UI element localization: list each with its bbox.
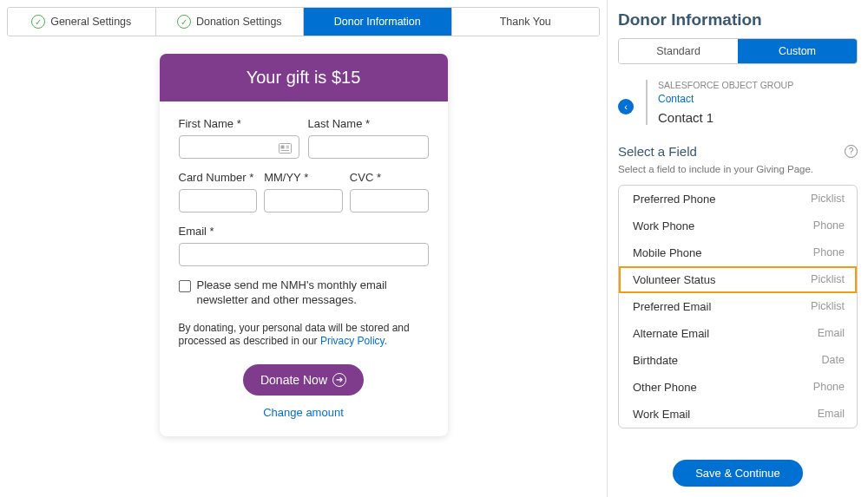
field-volunteer-status[interactable]: Volunteer Status Picklist	[619, 266, 857, 293]
field-type: Picklist	[811, 193, 845, 206]
email-input[interactable]	[179, 243, 429, 266]
toggle-custom[interactable]: Custom	[738, 39, 857, 63]
form-body: First Name * Last Name * Ca	[160, 101, 448, 436]
breadcrumb-current: Contact 1	[658, 110, 793, 125]
field-name: Other Phone	[633, 381, 697, 394]
check-circle-icon: ✓	[31, 15, 45, 29]
select-field-title: Select a Field	[618, 144, 697, 159]
select-field-subtext: Select a field to include in your Giving…	[618, 164, 858, 174]
field-other-phone[interactable]: Other Phone Phone	[619, 374, 857, 401]
field-name: Preferred Email	[633, 300, 711, 313]
breadcrumb-group-label: SALESFORCE OBJECT GROUP	[658, 80, 793, 90]
donate-now-button[interactable]: Donate Now ➔	[243, 364, 364, 396]
last-name-label: Last Name *	[308, 117, 429, 130]
left-panel: ✓ General Settings ✓ Donation Settings D…	[0, 0, 608, 497]
help-icon[interactable]: ?	[845, 145, 858, 158]
right-panel: Donor Information Standard Custom ‹ SALE…	[608, 0, 868, 497]
field-name: Mobile Phone	[633, 246, 702, 259]
newsletter-text: Please send me NMH's monthly email newsl…	[197, 278, 429, 308]
field-type: Picklist	[811, 300, 845, 313]
email-label: Email *	[179, 225, 429, 238]
first-name-input[interactable]	[179, 135, 299, 159]
tab-general-settings[interactable]: ✓ General Settings	[8, 8, 156, 36]
mmyy-label: MM/YY *	[264, 171, 343, 184]
contact-card-icon	[279, 142, 292, 156]
standard-custom-toggle: Standard Custom	[618, 38, 858, 64]
tab-label: Thank You	[500, 16, 551, 28]
field-preferred-phone[interactable]: Preferred Phone Picklist	[619, 186, 857, 213]
donate-now-label: Donate Now	[260, 373, 327, 387]
field-work-email[interactable]: Work Email Email	[619, 401, 857, 428]
tab-donation-settings[interactable]: ✓ Donation Settings	[156, 8, 305, 36]
arrow-right-circle-icon: ➔	[332, 373, 346, 387]
field-alternate-email[interactable]: Alternate Email Email	[619, 320, 857, 347]
checkbox-icon[interactable]	[179, 280, 191, 292]
field-mobile-phone[interactable]: Mobile Phone Phone	[619, 239, 857, 266]
field-list: Preferred Phone Picklist Work Phone Phon…	[618, 185, 858, 428]
tab-thank-you[interactable]: Thank You	[452, 8, 600, 36]
tabs: ✓ General Settings ✓ Donation Settings D…	[7, 7, 600, 36]
field-type: Email	[818, 408, 845, 421]
check-circle-icon: ✓	[177, 15, 191, 29]
select-field-header: Select a Field ?	[618, 144, 858, 159]
newsletter-checkbox-row[interactable]: Please send me NMH's monthly email newsl…	[179, 278, 429, 308]
field-work-phone[interactable]: Work Phone Phone	[619, 213, 857, 239]
field-birthdate[interactable]: Birthdate Date	[619, 347, 857, 374]
field-name: Alternate Email	[633, 327, 709, 340]
tab-donor-information[interactable]: Donor Information	[304, 8, 452, 36]
field-name: Work Phone	[633, 219, 694, 232]
form-wrapper: Your gift is $15 First Name * Last Name …	[7, 54, 600, 436]
field-type: Phone	[813, 381, 845, 394]
field-name: Birthdate	[633, 354, 678, 367]
breadcrumb-link-contact[interactable]: Contact	[658, 93, 793, 105]
breadcrumb: ‹ SALESFORCE OBJECT GROUP Contact Contac…	[618, 80, 858, 125]
privacy-text: By donating, your personal data will be …	[179, 322, 429, 349]
field-name: Preferred Phone	[633, 193, 715, 206]
change-amount-link[interactable]: Change amount	[179, 406, 429, 419]
field-name: Volunteer Status	[633, 273, 715, 286]
card-number-label: Card Number *	[179, 171, 258, 184]
last-name-input[interactable]	[308, 135, 429, 159]
field-preferred-email[interactable]: Preferred Email Picklist	[619, 293, 857, 320]
field-type: Date	[822, 354, 845, 367]
cvc-input[interactable]	[350, 189, 429, 213]
form-header: Your gift is $15	[160, 54, 448, 101]
first-name-label: First Name *	[179, 117, 299, 130]
donation-form-card: Your gift is $15 First Name * Last Name …	[160, 54, 448, 436]
tab-label: Donor Information	[334, 16, 421, 28]
save-continue-button[interactable]: Save & Continue	[673, 460, 803, 487]
mmyy-input[interactable]	[264, 189, 343, 213]
field-type: Email	[818, 327, 845, 340]
tab-label: Donation Settings	[196, 16, 282, 28]
card-number-input[interactable]	[179, 189, 258, 213]
field-type: Picklist	[811, 273, 845, 286]
svg-rect-1	[280, 146, 284, 149]
chevron-left-icon: ‹	[624, 101, 628, 112]
privacy-policy-link[interactable]: Privacy Policy.	[320, 335, 387, 347]
tab-label: General Settings	[50, 16, 131, 28]
back-button[interactable]: ‹	[618, 99, 634, 114]
toggle-standard[interactable]: Standard	[619, 39, 738, 63]
field-type: Phone	[813, 219, 845, 232]
right-panel-title: Donor Information	[618, 10, 858, 29]
field-name: Work Email	[633, 408, 690, 421]
field-type: Phone	[813, 246, 845, 259]
cvc-label: CVC *	[350, 171, 429, 184]
